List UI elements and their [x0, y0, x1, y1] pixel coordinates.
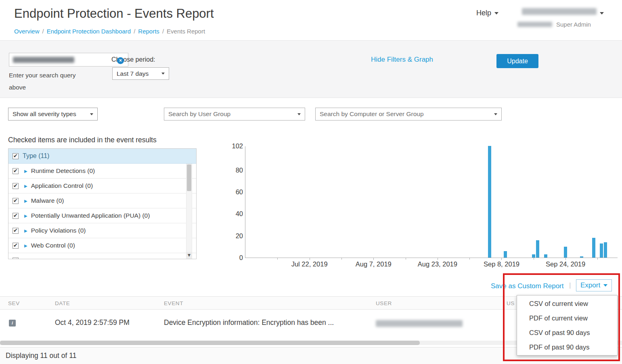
item-checkbox[interactable] [13, 258, 19, 260]
type-filter-item[interactable]: ▶Application Control (0) [8, 179, 196, 193]
expand-arrow-icon[interactable]: ▶ [24, 199, 27, 203]
x-axis-label: Sep 8, 2019 [473, 260, 530, 268]
severity-filter-value: Show all severity types [13, 110, 76, 118]
x-axis-tick [534, 258, 534, 260]
help-menu[interactable]: Help [476, 9, 498, 17]
user-menu[interactable] [522, 8, 604, 17]
breadcrumb-item-overview[interactable]: Overview [14, 28, 40, 35]
save-as-custom-report-link[interactable]: Save as Custom Report [491, 282, 563, 290]
severity-filter-select[interactable]: Show all severity types [8, 108, 98, 121]
breadcrumb-item-reports[interactable]: Reports [138, 28, 159, 35]
type-filter-item[interactable]: ▶Web Control (0) [8, 238, 196, 253]
y-axis-label: 80 [236, 166, 243, 174]
type-group-header[interactable]: Type (11) [8, 149, 196, 164]
period-select[interactable]: Last 7 days [112, 67, 169, 80]
export-menu-item[interactable]: PDF of current view [517, 311, 617, 325]
item-checkbox[interactable] [13, 168, 19, 174]
hide-filters-link[interactable]: Hide Filters & Graph [371, 56, 433, 64]
type-filter-item[interactable]: ▶ [8, 253, 196, 259]
redacted-search-query [13, 57, 74, 63]
x-axis-tick [310, 258, 310, 260]
expand-arrow-icon[interactable]: ▶ [24, 229, 27, 233]
item-checkbox[interactable] [13, 213, 19, 219]
clear-search-icon[interactable]: × [117, 57, 124, 64]
column-header-event: EVENT [164, 297, 183, 310]
chart-bar [604, 242, 607, 258]
expand-arrow-icon[interactable]: ▶ [24, 184, 27, 188]
type-filter-label: Runtime Detections (0) [31, 167, 95, 175]
chart-bar [532, 254, 535, 258]
chevron-down-icon [90, 113, 93, 115]
export-menu-item[interactable]: CSV of current view [517, 296, 617, 311]
update-button[interactable]: Update [496, 54, 538, 68]
search-input[interactable] [9, 53, 128, 67]
type-filter-item[interactable]: ▶Malware (0) [8, 193, 196, 208]
type-filter-label: Malware (0) [31, 197, 64, 204]
type-filter-item[interactable]: ▶Runtime Detections (0) [8, 164, 196, 179]
scroll-down-button[interactable]: ▼ [186, 252, 192, 259]
computer-group-select[interactable]: Search by Computer or Server Group [315, 108, 502, 121]
chevron-down-icon [603, 284, 607, 287]
export-menu-item[interactable]: PDF of past 90 days [517, 340, 617, 354]
x-axis-tick [438, 258, 438, 260]
x-axis-tick [565, 258, 566, 260]
type-filter-item[interactable]: ▶Policy Violations (0) [8, 223, 196, 238]
x-axis-tick [501, 258, 502, 260]
x-axis-tick [277, 258, 278, 260]
chart-bar [544, 254, 547, 258]
item-checkbox[interactable] [13, 228, 19, 234]
x-axis-tick [469, 258, 470, 260]
export-menu-item[interactable]: CSV of past 90 days [517, 325, 617, 340]
y-axis-label: 102 [232, 142, 243, 150]
chevron-down-icon [494, 113, 497, 115]
column-header-us: US [507, 297, 515, 310]
vertical-scrollbar[interactable]: ▼ [186, 164, 192, 259]
y-axis-label: 20 [236, 232, 243, 240]
event-description: Device Encryption information: Encryptio… [164, 318, 334, 327]
chevron-down-icon [494, 12, 498, 15]
chevron-down-icon [297, 113, 301, 115]
expand-arrow-icon[interactable]: ▶ [24, 243, 27, 248]
user-group-select[interactable]: Search by User Group [164, 108, 305, 121]
event-type-filter-panel: Type (11) ▶Runtime Detections (0)▶Applic… [8, 148, 197, 259]
checked-items-heading: Checked items are included in the event … [8, 136, 157, 144]
expand-arrow-icon[interactable]: ▶ [24, 214, 27, 218]
item-checkbox[interactable] [13, 198, 19, 204]
user-group-placeholder: Search by User Group [168, 110, 230, 118]
type-group-checkbox[interactable] [13, 153, 19, 159]
x-axis-tick [341, 258, 342, 260]
x-axis-tick [406, 258, 406, 260]
chevron-down-icon [600, 12, 604, 15]
y-axis-label: 60 [236, 188, 243, 196]
item-checkbox[interactable] [13, 243, 19, 249]
expand-arrow-icon[interactable]: ▶ [24, 258, 27, 260]
scrollbar-thumb[interactable] [0, 341, 420, 345]
displaying-count: Displaying 11 out of 11 [6, 352, 76, 360]
redacted-username [522, 8, 597, 15]
user-role-label: Super Admin [556, 21, 591, 28]
breadcrumb-separator: / [134, 28, 135, 35]
chart-bar [592, 238, 595, 258]
breadcrumb-item-endpoint-protection-dashboard[interactable]: Endpoint Protection Dashboard [47, 28, 131, 35]
actions-separator: | [569, 281, 571, 289]
page-title: Endpoint Protection - Events Report [14, 6, 214, 21]
expand-arrow-icon[interactable]: ▶ [24, 169, 27, 173]
help-label: Help [476, 9, 491, 17]
search-helper-text: Enter your search query above [9, 69, 81, 94]
column-header-user: USER [376, 297, 392, 310]
item-checkbox[interactable] [13, 183, 19, 189]
x-axis-label: Aug 23, 2019 [409, 260, 466, 268]
type-filter-label: Policy Violations (0) [31, 227, 86, 234]
type-filter-item[interactable]: ▶Potentially Unwanted Application (PUA) … [8, 208, 196, 223]
period-select-value: Last 7 days [117, 70, 149, 77]
type-filter-label: Potentially Unwanted Application (PUA) (… [31, 212, 150, 219]
export-button[interactable]: Export [576, 279, 612, 291]
type-group-label: Type (11) [23, 152, 49, 160]
plot-area: Jul 22, 2019Aug 7, 2019Aug 23, 2019Sep 8… [245, 146, 618, 258]
chart-bar [564, 247, 567, 258]
y-axis-label: 0 [239, 254, 243, 262]
severity-info-icon: i [9, 320, 16, 327]
type-filter-label: Web Control (0) [31, 242, 75, 249]
scrollbar-thumb[interactable] [187, 164, 191, 191]
y-axis: 020406080102 [226, 146, 243, 258]
